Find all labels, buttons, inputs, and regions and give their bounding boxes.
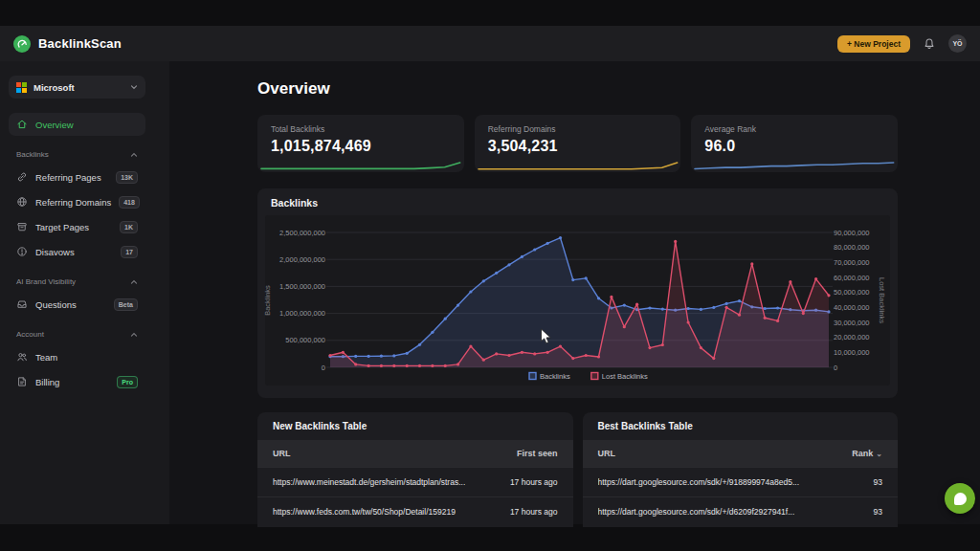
table-row[interactable]: https://dart.googlesource.com/sdk/+/9188… (583, 467, 899, 496)
sidebar-item-label: Referring Domains (35, 197, 111, 208)
new-backlinks-table: New Backlinks TableURLFirst seenhttps://… (257, 412, 573, 527)
url-cell[interactable]: https://www.feds.com.tw/tw/50/Shop/Detai… (273, 507, 456, 517)
svg-text:0: 0 (322, 364, 325, 372)
table-row[interactable]: https://www.meinestadt.de/gersheim/stadt… (257, 467, 573, 496)
stat-sparkline (691, 160, 898, 172)
chat-bubble-icon (954, 493, 967, 505)
stat-label: Referring Domains (488, 124, 668, 134)
project-name: Microsoft (33, 82, 123, 93)
main-area: Overview Total Backlinks1,015,874,469Ref… (169, 61, 980, 524)
sidebar-item-team[interactable]: Team (9, 345, 145, 368)
table-header-row: URLRank⌄ (583, 440, 899, 467)
sidebar-section-ai-brand-visibility[interactable]: AI Brand Visibility (16, 277, 138, 286)
legend-item-backlinks[interactable]: Backlinks (529, 372, 570, 381)
stat-sparkline (475, 160, 681, 172)
notifications-bell-icon[interactable] (923, 37, 936, 51)
chat-widget-button[interactable] (945, 483, 975, 514)
globe-icon (16, 196, 28, 208)
svg-text:Lost Backlinks: Lost Backlinks (602, 372, 648, 381)
stat-card-total-backlinks: Total Backlinks1,015,874,469 (257, 115, 464, 172)
sidebar-item-billing[interactable]: BillingPro (9, 370, 145, 393)
sidebar-item-label: Target Pages (35, 222, 112, 232)
stat-value: 3,504,231 (488, 138, 668, 155)
table-row[interactable]: https://dart.googlesource.com/sdk/+/d620… (583, 496, 899, 526)
svg-text:20,000,000: 20,000,000 (834, 333, 870, 342)
svg-text:Backlinks: Backlinks (540, 372, 570, 381)
count-badge: Pro (117, 376, 138, 388)
stat-value: 1,015,874,469 (271, 138, 451, 155)
tables-row: New Backlinks TableURLFirst seenhttps://… (257, 412, 898, 527)
inbox-icon (16, 298, 28, 310)
svg-text:2,000,000,000: 2,000,000,000 (279, 255, 325, 264)
url-cell[interactable]: https://dart.googlesource.com/sdk/+/9188… (598, 477, 800, 487)
value-cell: 17 hours ago (510, 507, 558, 517)
link-icon (16, 171, 28, 183)
sidebar-item-label: Referring Pages (35, 172, 108, 183)
topbar-actions: + New Project YÖ (837, 34, 967, 53)
topbar: BacklinkScan + New Project YÖ (0, 26, 980, 61)
sidebar-item-referring-domains[interactable]: Referring Domains418 (9, 190, 145, 213)
svg-text:0: 0 (834, 364, 837, 372)
sidebar: Microsoft Overview BacklinksReferring Pa… (0, 61, 169, 524)
sidebar-item-target-pages[interactable]: Target Pages1K (9, 215, 145, 238)
svg-text:30,000,000: 30,000,000 (834, 319, 870, 327)
svg-text:500,000,000: 500,000,000 (285, 336, 325, 344)
svg-text:1,000,000,000: 1,000,000,000 (279, 309, 325, 318)
table-header-row: URLFirst seen (257, 440, 573, 467)
stat-card-referring-domains: Referring Domains3,504,231 (475, 115, 681, 172)
sidebar-item-label: Disavows (35, 247, 113, 257)
svg-text:Backlinks: Backlinks (263, 285, 272, 316)
svg-text:70,000,000: 70,000,000 (834, 258, 870, 267)
project-selector[interactable]: Microsoft (9, 76, 145, 99)
table-row[interactable]: https://www.feds.com.tw/tw/50/Shop/Detai… (257, 496, 573, 526)
sidebar-item-label: Overview (35, 120, 138, 130)
svg-text:1,500,000,000: 1,500,000,000 (279, 282, 325, 291)
count-badge: 13K (116, 171, 138, 184)
svg-text:50,000,000: 50,000,000 (834, 288, 870, 297)
count-badge: 418 (119, 196, 140, 209)
mouse-cursor (540, 328, 553, 345)
count-badge: 17 (121, 246, 138, 258)
stat-sparkline (257, 160, 464, 172)
chart-title: Backlinks (271, 197, 318, 209)
brand-name: BacklinkScan (38, 36, 122, 51)
new-project-button[interactable]: + New Project (837, 35, 910, 53)
backlinks-chart[interactable]: 0500,000,0001,000,000,0001,500,000,0002,… (257, 188, 898, 398)
sidebar-item-label: Team (35, 352, 138, 363)
sidebar-section-account[interactable]: Account (16, 330, 138, 339)
sidebar-item-referring-pages[interactable]: Referring Pages13K (9, 165, 145, 188)
sidebar-item-label: Questions (35, 299, 106, 310)
column-header-rank[interactable]: Rank⌄ (852, 449, 882, 458)
value-cell: 93 (874, 477, 882, 487)
svg-text:2,500,000,000: 2,500,000,000 (279, 229, 325, 237)
chevron-up-icon (130, 331, 138, 339)
sidebar-item-label: Billing (35, 377, 109, 387)
stat-label: Average Rank (704, 124, 884, 134)
best-backlinks-table: Best Backlinks TableURLRank⌄https://dart… (583, 412, 899, 527)
url-cell[interactable]: https://www.meinestadt.de/gersheim/stadt… (273, 477, 465, 487)
page-title: Overview (257, 79, 898, 99)
users-icon (16, 351, 28, 363)
brand: BacklinkScan (13, 35, 122, 53)
count-badge: Beta (114, 298, 138, 311)
sidebar-item-disavows[interactable]: Disavows17 (9, 240, 145, 263)
column-header-url: URL (273, 449, 291, 458)
url-cell[interactable]: https://dart.googlesource.com/sdk/+/d620… (598, 507, 795, 517)
table-title: New Backlinks Table (257, 412, 573, 440)
column-header-url: URL (598, 449, 616, 458)
sidebar-item-overview[interactable]: Overview (9, 113, 145, 136)
app-body: Microsoft Overview BacklinksReferring Pa… (0, 61, 980, 524)
svg-text:80,000,000: 80,000,000 (834, 243, 870, 252)
backlinks-chart-card: Backlinks 0500,000,0001,000,000,0001,500… (257, 188, 898, 398)
sidebar-section-backlinks[interactable]: Backlinks (16, 150, 138, 159)
chevron-up-icon (130, 278, 138, 286)
stat-cards-row: Total Backlinks1,015,874,469Referring Do… (257, 115, 898, 172)
file-icon (16, 376, 28, 387)
section-label: Backlinks (16, 150, 49, 159)
svg-text:90,000,000: 90,000,000 (834, 229, 870, 237)
value-cell: 17 hours ago (510, 477, 558, 487)
archive-icon (16, 221, 28, 232)
user-avatar[interactable]: YÖ (948, 34, 967, 53)
sidebar-item-questions[interactable]: QuestionsBeta (9, 293, 145, 316)
count-badge: 1K (120, 221, 138, 233)
